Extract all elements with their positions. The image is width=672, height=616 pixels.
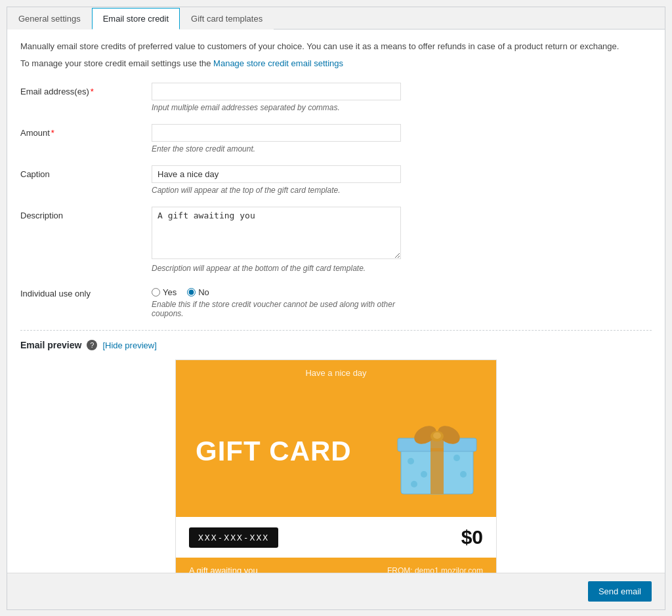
help-icon[interactable]: ? [87, 340, 97, 350]
caption-field-wrapper: Caption will appear at the top of the gi… [152, 165, 401, 195]
gc-caption-bar: Have a nice day [176, 360, 496, 386]
radio-no-label: No [198, 287, 209, 297]
svg-point-11 [453, 455, 460, 461]
email-field-wrapper: Input multiple email addresses separated… [152, 83, 401, 112]
individual-use-row: Individual use only Yes No Enable this i… [20, 285, 652, 318]
intro-text: Manually email store credits of preferre… [20, 40, 652, 53]
amount-input[interactable] [152, 124, 401, 142]
tab-email-store-credit[interactable]: Email store credit [92, 8, 180, 30]
description-textarea[interactable]: A gift awaiting you [152, 207, 401, 259]
gc-title: GIFT CARD [196, 436, 352, 466]
individual-use-field-wrapper: Yes No Enable this if the store credit v… [152, 285, 401, 318]
tab-gift-card-templates[interactable]: Gift card templates [180, 8, 274, 30]
svg-rect-2 [430, 448, 444, 494]
radio-no-input[interactable] [187, 288, 196, 297]
svg-point-9 [408, 458, 414, 464]
radio-yes-label: Yes [163, 287, 177, 297]
radio-yes-option[interactable]: Yes [152, 287, 177, 297]
svg-point-10 [421, 471, 427, 478]
svg-point-12 [460, 471, 467, 478]
svg-point-13 [411, 481, 417, 487]
gc-code-row: XXX-XXX-XXX $0 [176, 517, 496, 558]
caption-input[interactable] [152, 165, 401, 183]
footer-bar: Send email [7, 573, 665, 609]
email-input[interactable] [152, 83, 401, 100]
radio-yes-input[interactable] [152, 288, 160, 297]
caption-label: Caption [20, 165, 152, 179]
amount-hint: Enter the store credit amount. [152, 144, 401, 154]
preview-title: Email preview [20, 340, 81, 350]
gc-main-banner: GIFT CARD [176, 386, 496, 517]
email-hint: Input multiple email addresses separated… [152, 103, 401, 112]
gc-amount: $0 [461, 526, 483, 548]
gc-gift-box [391, 405, 483, 497]
amount-label: Amount* [20, 124, 152, 138]
amount-field-wrapper: Enter the store credit amount. [152, 124, 401, 154]
radio-group: Yes No [152, 285, 401, 297]
individual-use-label: Individual use only [20, 285, 152, 298]
description-field-wrapper: A gift awaiting you Description will app… [152, 207, 401, 273]
gc-code-badge: XXX-XXX-XXX [189, 527, 278, 548]
manage-link-text: To manage your store credit email settin… [20, 57, 652, 70]
caption-row: Caption Caption will appear at the top o… [20, 165, 652, 195]
gift-card-preview: Have a nice day GIFT CARD [175, 359, 497, 584]
tab-bar: General settings Email store credit Gift… [7, 7, 665, 30]
description-label: Description [20, 207, 152, 220]
amount-row: Amount* Enter the store credit amount. [20, 124, 652, 154]
tab-general[interactable]: General settings [7, 8, 92, 30]
preview-section: Email preview ? [Hide preview] Have a ni… [20, 330, 652, 584]
gc-caption-text: Have a nice day [305, 368, 366, 378]
send-email-button[interactable]: Send email [588, 581, 652, 602]
caption-hint: Caption will appear at the top of the gi… [152, 186, 401, 195]
page-wrapper: General settings Email store credit Gift… [7, 7, 665, 610]
email-row: Email address(es)* Input multiple email … [20, 83, 652, 112]
main-content: Manually email store credits of preferre… [7, 30, 665, 594]
individual-use-hint: Enable this if the store credit voucher … [152, 300, 401, 318]
manage-store-credit-link[interactable]: Manage store credit email settings [213, 58, 343, 68]
form-section: Email address(es)* Input multiple email … [20, 83, 652, 318]
description-row: Description A gift awaiting you Descript… [20, 207, 652, 273]
hide-preview-link[interactable]: [Hide preview] [102, 340, 156, 350]
email-required-star: * [91, 87, 94, 96]
email-label: Email address(es)* [20, 83, 152, 96]
description-hint: Description will appear at the bottom of… [152, 264, 401, 273]
radio-no-option[interactable]: No [187, 287, 209, 297]
amount-required-star: * [51, 128, 54, 138]
preview-header: Email preview ? [Hide preview] [20, 340, 652, 350]
svg-point-8 [433, 432, 441, 439]
